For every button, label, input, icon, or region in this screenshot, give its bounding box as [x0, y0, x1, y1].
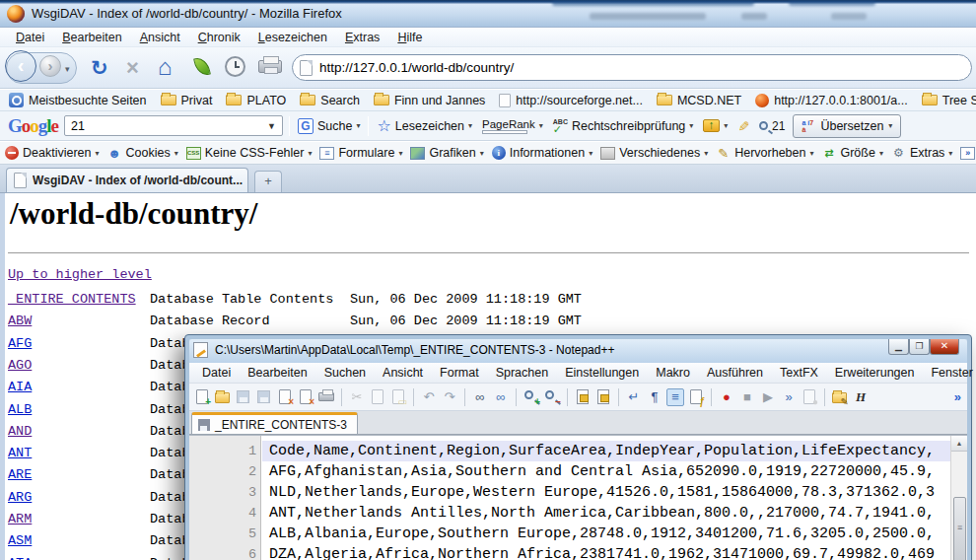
copy-icon[interactable] — [369, 388, 386, 406]
spellcheck-button[interactable]: ABC✓ Rechtschreibprüfung ▾ — [551, 118, 696, 133]
google-search-value[interactable]: 21 — [71, 119, 267, 133]
bookmark-http-127-0-0-1-8001-a[interactable]: http://127.0.0.1:8001/a... — [751, 94, 912, 107]
editor-line[interactable]: NLD,Netherlands,Europe,Western Europe,41… — [262, 482, 950, 503]
chevron-down-icon[interactable]: ▾ — [174, 149, 178, 158]
function-list-icon[interactable]: ƒ — [687, 388, 705, 406]
open-file-icon[interactable] — [214, 388, 232, 406]
show-all-characters-icon[interactable]: ¶ — [646, 388, 663, 406]
bookmark-tree-samples[interactable]: Tree Samples — [918, 94, 976, 107]
google-bookmarks-button[interactable]: ☆ Lesezeichen ▾ — [375, 118, 474, 134]
chevron-down-icon[interactable]: ▾ — [589, 149, 593, 158]
firefox-titlebar[interactable]: WsgiDAV - Index of /world-db/country/ - … — [0, 0, 976, 28]
menu-chronik[interactable]: Chronik — [190, 30, 248, 45]
chevron-down-icon[interactable]: ▾ — [95, 149, 99, 158]
editor-line[interactable]: Code,Name,Continent,Region,SurfaceArea,I… — [262, 441, 950, 461]
npp-menu-suchen[interactable]: Suchen — [317, 365, 373, 381]
print-button[interactable] — [258, 60, 282, 73]
translate-button[interactable]: a í7 à Übersetzen ▾ — [793, 114, 901, 138]
macro-play-icon[interactable]: ▶ — [759, 388, 777, 406]
dir-link-entire-contents[interactable]: _ENTIRE_CONTENTS — [8, 292, 136, 307]
npp-menu-textfx[interactable]: TextFX — [773, 365, 825, 381]
scrollbar-thumb[interactable] — [953, 497, 966, 560]
search-dropdown-icon[interactable]: ▼ — [267, 121, 282, 131]
webdev-deaktivieren[interactable]: Deaktivieren▾ — [5, 146, 100, 160]
html-preview-icon[interactable]: H — [852, 388, 870, 406]
macro-run-multiple-icon[interactable]: » — [780, 388, 798, 406]
chevron-down-icon[interactable]: ▾ — [724, 121, 728, 130]
toolbar-overflow-chevron[interactable]: » — [954, 389, 967, 404]
chevron-down-icon[interactable]: ▾ — [480, 149, 484, 158]
replace-icon[interactable]: ∞ — [492, 388, 510, 406]
bookmark-mcsd-net[interactable]: MCSD.NET — [653, 94, 745, 107]
menu-bearbeiten[interactable]: Bearbeiten — [54, 30, 129, 45]
dir-link-and[interactable]: AND — [8, 424, 32, 439]
home-button[interactable]: ⌂ — [158, 55, 173, 79]
url-text[interactable]: http://127.0.0.1/world-db/country/ — [319, 60, 514, 75]
history-clock-icon[interactable] — [225, 56, 245, 77]
npp-menu-bearbeiten[interactable]: Bearbeiten — [241, 365, 314, 381]
chevron-down-icon[interactable]: ▾ — [398, 149, 402, 158]
dir-link-abw[interactable]: ABW — [8, 314, 32, 328]
chevron-down-icon[interactable]: ▾ — [809, 149, 813, 158]
webdev-extras[interactable]: ⚙Extras▾ — [891, 146, 952, 160]
vertical-scrollbar[interactable]: ▲ — [950, 436, 967, 560]
npp-menu-sprachen[interactable]: Sprachen — [489, 365, 556, 381]
close-all-icon[interactable]: × — [297, 388, 314, 406]
new-file-icon[interactable]: + — [193, 388, 211, 406]
url-bar[interactable]: http://127.0.0.1/world-db/country/ — [292, 54, 972, 81]
webdev-quellte[interactable]: »Quellte▾ — [960, 146, 976, 160]
menu-ansicht[interactable]: Ansicht — [132, 30, 188, 45]
dir-link-are[interactable]: ARE — [8, 467, 32, 482]
save-all-icon[interactable] — [255, 388, 273, 406]
pagerank-button[interactable]: PageRank ▾ — [480, 118, 545, 134]
forward-button[interactable]: › — [39, 55, 61, 77]
npp-menu-makro[interactable]: Makro — [649, 365, 697, 381]
zoom-out-icon[interactable]: − — [543, 388, 561, 406]
dir-link-ago[interactable]: AGO — [8, 358, 32, 373]
sync-scroll-vertical-icon[interactable] — [574, 388, 592, 406]
webdev-formulare[interactable]: ≡Formulare▾ — [319, 146, 402, 160]
dir-link-aia[interactable]: AIA — [8, 380, 32, 394]
notepad-editor[interactable]: 1Code,Name,Continent,Region,SurfaceArea,… — [189, 435, 967, 560]
npp-menu-erweiterungen[interactable]: Erweiterungen — [828, 365, 922, 381]
webdev-informationen[interactable]: iInformationen▾ — [492, 146, 593, 160]
up-to-higher-level-link[interactable]: Up to higher level — [8, 267, 152, 282]
webdev-verschiedenes[interactable]: Verschiedenes▾ — [600, 146, 708, 160]
menu-hilfe[interactable]: Hilfe — [389, 30, 430, 45]
npp-menu-format[interactable]: Format — [433, 365, 486, 381]
editor-line[interactable]: DZA,Algeria,Africa,Northern Africa,23817… — [262, 544, 950, 560]
webdev-cookies[interactable]: ☻Cookies▾ — [107, 146, 178, 160]
chevron-down-icon[interactable]: ▾ — [356, 121, 360, 130]
chevron-down-icon[interactable]: ▾ — [879, 149, 883, 158]
npp-menu-einstellungen[interactable]: Einstellungen — [558, 365, 646, 381]
bookmark-privat[interactable]: Privat — [157, 94, 217, 107]
highlighter-button[interactable]: ✎ — [735, 118, 751, 134]
print-icon[interactable] — [317, 388, 335, 406]
menu-datei[interactable]: Datei — [8, 30, 52, 45]
bookmark-finn-und-jannes[interactable]: Finn und Jannes — [370, 94, 489, 107]
google-search-button[interactable]: G Suche ▾ — [296, 118, 362, 134]
send-to-button[interactable]: ▾ — [701, 119, 730, 132]
paste-icon[interactable]: ▭ — [389, 388, 407, 406]
find-count-indicator[interactable]: 21 — [757, 119, 787, 133]
sync-scroll-horizontal-icon[interactable] — [594, 388, 612, 406]
dir-link-ata[interactable]: ATA — [8, 556, 32, 560]
dir-link-arm[interactable]: ARM — [8, 512, 32, 526]
close-file-icon[interactable]: × — [276, 388, 294, 406]
npp-menu-ausf-hren[interactable]: Ausführen — [700, 365, 770, 381]
stop-button[interactable]: × — [126, 57, 139, 79]
notepad-tab-active[interactable]: _ENTIRE_CONTENTS-3 — [191, 412, 358, 434]
chevron-down-icon[interactable]: ▾ — [948, 149, 952, 158]
chevron-down-icon[interactable]: ▾ — [539, 121, 543, 130]
bookmark-http-sourceforge-net[interactable]: http://sourceforge.net... — [495, 94, 647, 107]
redo-icon[interactable]: ↷ — [441, 388, 458, 406]
editor-line[interactable]: ANT,Netherlands Antilles,North America,C… — [262, 503, 950, 524]
webdev-gr-e[interactable]: ⇄Größe▾ — [821, 146, 882, 160]
bookmark-meistbesuchte-seiten[interactable]: Meistbesuchte Seiten — [5, 93, 151, 107]
dir-link-afg[interactable]: AFG — [8, 336, 32, 351]
history-dropdown-icon[interactable]: ▾ — [65, 64, 70, 74]
webdev-keine-css-fehler[interactable]: CSSKeine CSS-Fehler▾ — [186, 146, 313, 160]
npp-menu-ansicht[interactable]: Ansicht — [376, 365, 430, 381]
find-icon[interactable]: ∞ — [471, 388, 489, 406]
chevron-down-icon[interactable]: ▾ — [888, 121, 892, 130]
